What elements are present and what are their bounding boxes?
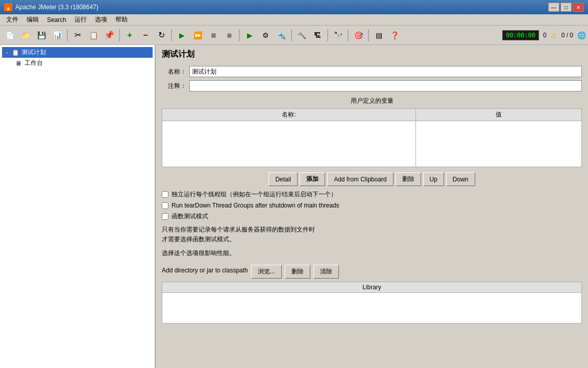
delete-var-button[interactable]: 删除: [396, 172, 421, 186]
toolbar-separator-2: [119, 29, 120, 41]
minimize-button[interactable]: —: [548, 3, 559, 12]
add-var-button[interactable]: 添加: [300, 172, 325, 186]
toolbar: 📄 📁 💾 📊 ✂ 📋 📌 + − ↻ ▶ ⏩ ⏹ ⏺ ▶ ⚙ 🔩 🔨 🏗 🔭 …: [0, 26, 588, 45]
library-body: [162, 292, 582, 323]
down-button[interactable]: Down: [446, 172, 475, 186]
timer-display: 00:00:00: [502, 30, 539, 40]
classpath-section: Add directory or jar to classpath 浏览... …: [162, 265, 582, 324]
menu-item-运行[interactable]: 运行: [70, 14, 91, 25]
stop-button[interactable]: ⏹: [206, 28, 221, 43]
add-button[interactable]: +: [122, 28, 137, 43]
remote2-button[interactable]: 🔩: [274, 28, 289, 43]
teardown-checkbox[interactable]: [162, 202, 168, 209]
vars-body: [162, 121, 582, 167]
toolbar-separator-5: [291, 29, 292, 41]
content-area: 测试计划 名称： 注释： 用户定义的变量 名称: 值: [156, 45, 588, 328]
template-button[interactable]: 🎯: [351, 28, 366, 43]
binoculars-button[interactable]: 🔭: [330, 28, 346, 43]
library-header: Library: [162, 282, 582, 292]
right-panel: 测试计划 名称： 注释： 用户定义的变量 名称: 值: [156, 45, 588, 368]
help-button[interactable]: ❓: [387, 28, 402, 43]
toggle-button[interactable]: ▶: [242, 28, 257, 43]
library-empty-row: [162, 292, 582, 323]
window-controls: — □ ✕: [548, 3, 584, 12]
warning-icon: ⚠: [551, 31, 557, 39]
comment-row: 注释：: [162, 80, 582, 91]
teardown-label: Run tearDown Thread Groups after shutdow…: [172, 202, 339, 209]
comment-label: 注释：: [162, 82, 186, 90]
toolbar-separator-4: [239, 29, 240, 41]
shutdown-button[interactable]: ⏺: [222, 28, 237, 43]
variables-table: 名称: 值: [162, 108, 582, 167]
functional-checkbox-row: 函数测试模式: [162, 212, 582, 221]
vars-empty-row: [162, 121, 582, 167]
vars-button-row: Detail 添加 Add from Clipboard 删除 Up Down: [162, 172, 582, 186]
menu-item-文件[interactable]: 文件: [2, 14, 22, 25]
app-title: Apache JMeter (3.3 r1808647): [15, 4, 99, 11]
tree-button[interactable]: ▤: [371, 28, 386, 43]
menu-item-Search[interactable]: Search: [43, 15, 70, 25]
cut-button[interactable]: ✂: [70, 28, 85, 43]
menu-bar: 文件编辑Search运行选项帮助: [0, 14, 588, 26]
menu-item-帮助[interactable]: 帮助: [111, 14, 132, 25]
functional-checkbox[interactable]: [162, 213, 168, 220]
toolbar-separator-7: [348, 29, 349, 41]
clear-button[interactable]: ↻: [154, 28, 169, 43]
clear-classpath-button[interactable]: 清除: [313, 265, 339, 279]
jar2-button[interactable]: 🏗: [310, 28, 325, 43]
main-layout: − 📋 测试计划 🖥 工作台 测试计划 名称： 注释： 用户: [0, 45, 588, 368]
menu-item-编辑[interactable]: 编辑: [22, 14, 43, 25]
page-title: 测试计划: [162, 49, 582, 60]
vars-title: 用户定义的变量: [162, 97, 582, 105]
vars-section: 用户定义的变量 名称: 值: [162, 97, 582, 167]
remote1-button[interactable]: ⚙: [258, 28, 273, 43]
functional-label: 函数测试模式: [172, 212, 208, 221]
info-text-block: 只有当你需要记录每个请求从服务器获得的数据到文件时 才需要选择函数测试模式。: [162, 225, 582, 244]
copy-button[interactable]: 📋: [86, 28, 101, 43]
jar1-button[interactable]: 🔨: [294, 28, 309, 43]
menu-item-选项[interactable]: 选项: [91, 14, 111, 25]
library-table: Library: [162, 282, 582, 324]
save-as-button[interactable]: 📊: [50, 28, 65, 43]
toolbar-separator-1: [67, 29, 68, 41]
testplan-label: 测试计划: [21, 48, 46, 57]
delete-classpath-button[interactable]: 删除: [285, 265, 310, 279]
open-button[interactable]: 📁: [18, 28, 33, 43]
teardown-checkbox-row: Run tearDown Thread Groups after shutdow…: [162, 202, 582, 209]
tree-panel: − 📋 测试计划 🖥 工作台: [0, 45, 156, 368]
globe-icon: 🌐: [577, 31, 586, 39]
browse-button[interactable]: 浏览...: [251, 265, 282, 279]
thread-count: 0 / 0: [561, 32, 573, 39]
save-button[interactable]: 💾: [34, 28, 49, 43]
detail-button[interactable]: Detail: [268, 172, 298, 186]
name-input[interactable]: [189, 66, 582, 77]
tree-item-workbench[interactable]: 🖥 工作台: [2, 58, 153, 68]
maximize-button[interactable]: □: [560, 3, 572, 12]
independent-checkbox[interactable]: [162, 191, 168, 198]
title-text: 🔥 Apache JMeter (3.3 r1808647): [4, 3, 99, 11]
testplan-icon: 📋: [11, 49, 19, 57]
classpath-btn-row: Add directory or jar to classpath 浏览... …: [162, 265, 582, 279]
classpath-label: Add directory or jar to classpath: [162, 267, 248, 274]
vars-value-header: 值: [415, 109, 581, 121]
run-button[interactable]: ▶: [174, 28, 189, 43]
run-nopause-button[interactable]: ⏩: [190, 28, 205, 43]
up-button[interactable]: Up: [423, 172, 444, 186]
comment-input[interactable]: [189, 80, 582, 91]
info-text-2: 才需要选择函数测试模式。: [162, 235, 582, 244]
remove-button[interactable]: −: [138, 28, 153, 43]
error-count: 0: [543, 32, 547, 39]
expand-icon: −: [4, 50, 10, 56]
toolbar-separator-6: [327, 29, 328, 41]
paste-button[interactable]: 📌: [102, 28, 117, 43]
add-from-clipboard-button[interactable]: Add from Clipboard: [327, 172, 393, 186]
close-button[interactable]: ✕: [573, 3, 584, 12]
independent-checkbox-row: 独立运行每个线程组（例如在一个组运行结束后启动下一个）: [162, 190, 582, 199]
tree-item-testplan[interactable]: − 📋 测试计划: [2, 47, 153, 58]
new-button[interactable]: 📄: [2, 28, 17, 43]
title-bar: 🔥 Apache JMeter (3.3 r1808647) — □ ✕: [0, 0, 588, 14]
workbench-label: 工作台: [24, 59, 43, 67]
workbench-icon: 🖥: [14, 59, 22, 67]
name-row: 名称：: [162, 66, 582, 77]
info-text-1: 只有当你需要记录每个请求从服务器获得的数据到文件时: [162, 225, 582, 235]
